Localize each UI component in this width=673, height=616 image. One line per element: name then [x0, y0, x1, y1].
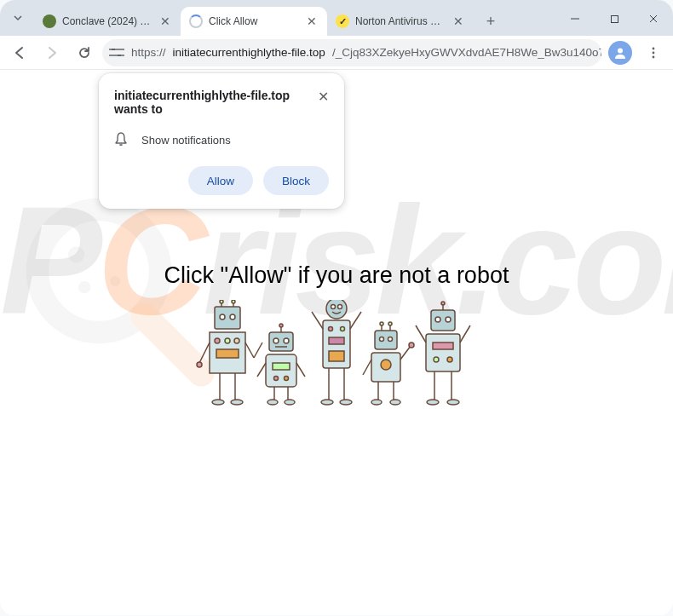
tab-strip: Conclave (2024) YIFY - Do ✕ Click Allow …: [34, 7, 555, 36]
svg-point-8: [653, 51, 655, 54]
favicon-yify: [43, 14, 56, 28]
svg-point-65: [321, 400, 333, 405]
maximize-button[interactable]: [595, 2, 634, 36]
minimize-button[interactable]: [555, 2, 595, 36]
svg-point-96: [427, 400, 439, 405]
svg-point-33: [212, 400, 224, 405]
bell-icon: [114, 131, 128, 149]
close-window-button[interactable]: [634, 2, 673, 36]
svg-point-53: [338, 305, 342, 309]
svg-line-30: [254, 343, 262, 358]
svg-point-78: [409, 343, 414, 348]
svg-rect-60: [329, 351, 344, 361]
robots-illustration: [196, 300, 477, 419]
svg-line-62: [350, 312, 361, 329]
svg-point-51: [326, 300, 347, 319]
svg-point-18: [232, 300, 235, 303]
svg-point-90: [434, 357, 439, 362]
tab-conclave[interactable]: Conclave (2024) YIFY - Do ✕: [34, 7, 181, 36]
close-icon[interactable]: ✕: [305, 14, 319, 28]
permission-entry: Show notifications: [114, 131, 329, 149]
svg-point-9: [653, 55, 655, 58]
favicon-norton-icon: [336, 14, 349, 28]
svg-point-16: [220, 300, 223, 303]
tab-click-allow[interactable]: Click Allow ✕: [181, 7, 327, 36]
page-content: PCrisk.com Click "Allow" if you are not …: [0, 70, 673, 615]
reload-button[interactable]: [70, 38, 99, 67]
svg-rect-67: [375, 331, 397, 349]
close-icon[interactable]: ✕: [452, 14, 465, 28]
url-path: /_Cjq83XZekyeHxyGWVXdvdAE7H8We_Bw3u140o7…: [332, 46, 601, 59]
svg-point-52: [331, 305, 336, 309]
tab-title: Conclave (2024) YIFY - Do: [62, 15, 152, 27]
svg-point-58: [341, 327, 345, 331]
menu-button[interactable]: [639, 38, 668, 67]
svg-point-82: [390, 400, 400, 405]
svg-rect-41: [266, 354, 296, 387]
permission-label: Show notifications: [141, 134, 231, 147]
svg-rect-19: [215, 307, 240, 329]
svg-point-75: [381, 360, 391, 370]
svg-line-27: [199, 343, 210, 363]
tab-norton[interactable]: Norton Antivirus Plus ✕: [327, 7, 474, 36]
svg-point-25: [234, 338, 239, 343]
back-button[interactable]: [5, 38, 34, 67]
svg-point-21: [230, 314, 235, 320]
svg-point-87: [446, 317, 451, 322]
allow-button[interactable]: Allow: [188, 166, 253, 195]
svg-point-43: [274, 377, 279, 381]
permission-wants: wants to: [114, 102, 290, 116]
favicon-loading-icon: [189, 14, 203, 28]
svg-point-7: [653, 47, 655, 49]
address-bar[interactable]: https://initiatecurrenthighlythe-file.to…: [102, 39, 601, 66]
tab-search-button[interactable]: [7, 5, 29, 31]
titlebar: Conclave (2024) YIFY - Do ✕ Click Allow …: [0, 0, 673, 36]
svg-point-12: [68, 246, 84, 262]
svg-line-61: [312, 312, 323, 329]
profile-avatar[interactable]: [608, 41, 632, 65]
notification-permission-popup: initiatecurrenthighlythe-file.top wants …: [99, 73, 344, 209]
permission-site: initiatecurrenthighlythe-file.top: [114, 89, 290, 102]
url-host: initiatecurrenthighlythe-file.top: [173, 46, 325, 59]
svg-rect-85: [431, 310, 455, 331]
block-button[interactable]: Block: [263, 166, 329, 195]
svg-point-72: [380, 337, 384, 342]
svg-point-23: [215, 338, 220, 343]
svg-point-49: [267, 400, 278, 405]
site-settings-icon[interactable]: [109, 43, 124, 63]
svg-point-69: [380, 322, 383, 325]
svg-rect-59: [329, 337, 344, 344]
svg-point-28: [197, 362, 202, 367]
svg-point-81: [371, 400, 382, 405]
svg-line-46: [296, 363, 305, 377]
toolbar: https://initiatecurrenthighlythe-file.to…: [0, 36, 673, 70]
svg-rect-88: [426, 334, 460, 371]
tab-title: Norton Antivirus Plus: [355, 15, 446, 27]
svg-point-71: [388, 322, 392, 325]
svg-point-34: [231, 400, 243, 405]
svg-point-57: [329, 327, 333, 331]
forward-button[interactable]: [37, 38, 66, 67]
close-icon[interactable]: ✕: [318, 89, 329, 105]
svg-point-91: [447, 357, 452, 362]
tab-title: Click Allow: [209, 15, 299, 27]
new-tab-button[interactable]: +: [479, 9, 503, 33]
svg-point-97: [447, 400, 459, 405]
svg-line-29: [245, 343, 254, 358]
svg-line-92: [416, 325, 426, 343]
page-headline: Click "Allow" if you are not a robot: [0, 262, 673, 289]
svg-point-20: [220, 314, 225, 320]
svg-point-50: [285, 400, 295, 405]
svg-point-38: [273, 338, 279, 343]
close-icon[interactable]: ✕: [158, 14, 172, 28]
svg-line-45: [257, 363, 266, 377]
svg-point-24: [225, 338, 230, 343]
svg-point-36: [279, 324, 283, 327]
svg-rect-89: [433, 343, 453, 349]
svg-point-44: [285, 377, 289, 381]
svg-point-73: [388, 337, 393, 342]
svg-line-76: [363, 360, 371, 375]
svg-point-66: [340, 400, 352, 405]
svg-rect-1: [611, 15, 618, 22]
svg-line-93: [460, 325, 470, 343]
